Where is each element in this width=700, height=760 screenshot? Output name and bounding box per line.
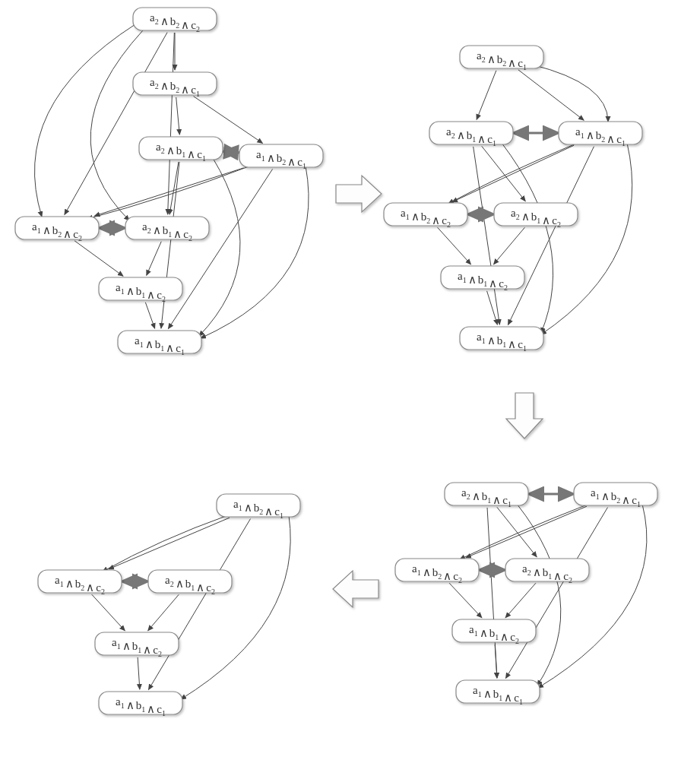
edge	[541, 143, 632, 334]
edge	[168, 33, 175, 214]
edge	[65, 33, 167, 215]
panel-P1_top_left: a2∧b2∧c2a2∧b2∧c1a2∧b1∧c1a1∧b2∧c1a1∧b2∧c2…	[15, 8, 323, 356]
edge	[147, 242, 161, 276]
diagram-canvas: a2∧b2∧c2a2∧b2∧c1a2∧b1∧c1a1∧b2∧c1a1∧b2∧c2…	[0, 0, 700, 760]
transition-arrow-down	[506, 393, 543, 439]
edge	[474, 147, 500, 325]
edge	[505, 508, 607, 679]
edge	[103, 515, 228, 572]
edge	[482, 146, 525, 201]
edge	[449, 583, 482, 618]
edge	[90, 30, 143, 220]
edge	[201, 166, 309, 338]
edge	[109, 518, 230, 569]
edge	[452, 145, 574, 201]
edge	[148, 594, 179, 630]
edge	[502, 143, 553, 333]
edge	[138, 657, 140, 689]
edge	[194, 97, 263, 144]
edge	[487, 291, 498, 325]
edge	[199, 158, 240, 336]
edge	[494, 227, 525, 264]
edge	[438, 227, 471, 264]
edge	[466, 506, 587, 558]
edge	[92, 594, 125, 631]
transition-arrow-right	[336, 176, 382, 212]
edge	[460, 504, 589, 559]
edge	[538, 504, 647, 688]
edge	[517, 504, 561, 686]
edge	[176, 97, 180, 135]
panel-P4_bottom_left: a1∧b2∧c1a1∧b2∧c2a2∧b1∧c2a1∧b1∧c2a1∧b1∧c1	[38, 494, 300, 717]
edge	[518, 70, 584, 120]
transition-arrow-left	[333, 571, 379, 607]
edge	[145, 302, 154, 328]
edge	[477, 71, 496, 119]
edge	[74, 241, 123, 276]
edge	[532, 65, 608, 122]
panel-P3_bottom_right: a2∧b1∧c1a1∧b2∧c1a1∧b2∧c2a2∧b1∧c2a1∧b1∧c2…	[395, 483, 657, 706]
edge	[497, 507, 537, 556]
edge	[148, 519, 250, 690]
panel-P2_top_right: a2∧b2∧c1a2∧b1∧c1a1∧b2∧c1a1∧b2∧c2a2∧b1∧c2…	[384, 46, 642, 353]
edge	[225, 151, 237, 152]
edge	[169, 162, 179, 214]
edge	[495, 644, 497, 678]
edge	[34, 24, 135, 217]
edge	[505, 583, 536, 617]
edge	[168, 169, 272, 329]
